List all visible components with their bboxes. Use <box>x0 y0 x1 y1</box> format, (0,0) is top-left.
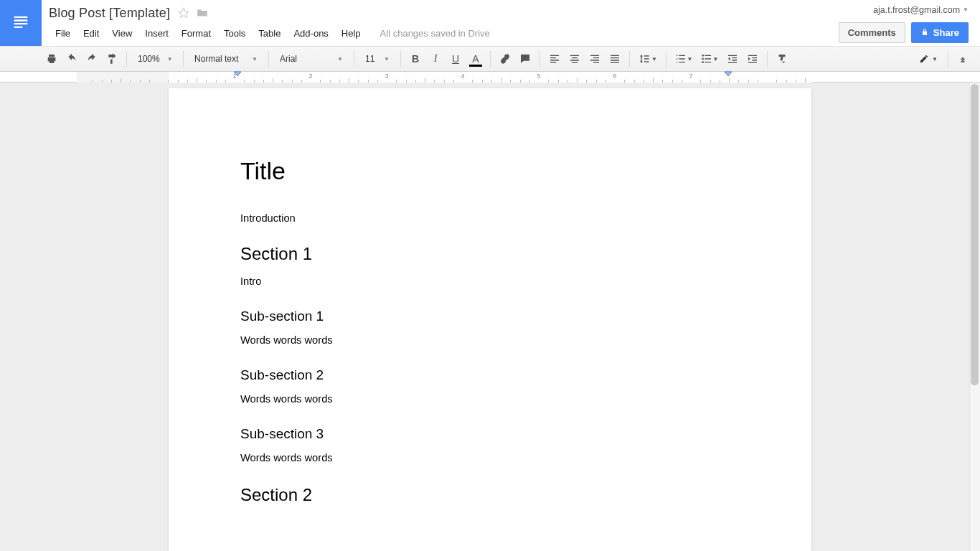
style-select[interactable]: Normal text ▼ <box>188 50 264 68</box>
header: Blog Post [Template] File Edit View Inse… <box>0 0 980 46</box>
separator <box>183 51 184 67</box>
numbered-list-button[interactable]: ▼ <box>671 50 697 68</box>
menu-file[interactable]: File <box>49 25 77 42</box>
separator <box>629 51 630 67</box>
docs-logo-icon <box>11 13 31 33</box>
separator <box>126 51 127 67</box>
doc-body-text[interactable]: Words words words <box>240 393 740 405</box>
save-status: All changes saved in Drive <box>380 28 490 39</box>
paint-format-button[interactable] <box>102 50 122 68</box>
separator <box>948 51 948 67</box>
zoom-value: 100% <box>138 54 160 64</box>
document-canvas: Title Introduction Section 1 Intro Sub-s… <box>0 83 980 551</box>
menu-edit[interactable]: Edit <box>77 25 105 42</box>
header-buttons: Comments Share <box>839 22 969 43</box>
align-center-button[interactable] <box>565 50 585 68</box>
caret-down-icon: ▼ <box>932 56 938 62</box>
menu-view[interactable]: View <box>105 25 138 42</box>
folder-icon[interactable] <box>196 6 209 19</box>
doc-body-text[interactable]: Intro <box>240 276 740 287</box>
collapse-toolbar-button[interactable] <box>953 50 973 68</box>
document-title[interactable]: Blog Post [Template] <box>49 6 170 21</box>
first-line-indent-marker[interactable] <box>237 71 242 77</box>
decrease-indent-button[interactable] <box>722 50 743 68</box>
italic-button[interactable]: I <box>425 50 446 68</box>
editing-mode-button[interactable]: ▼ <box>913 50 943 68</box>
clear-formatting-button[interactable] <box>772 50 792 68</box>
separator <box>540 51 540 67</box>
align-right-button[interactable] <box>585 50 605 68</box>
doc-section-heading[interactable]: Section 2 <box>240 485 740 505</box>
doc-subsection-heading[interactable]: Sub-section 2 <box>240 367 740 383</box>
font-value: Arial <box>280 54 297 64</box>
toolbar-group-lists: ▼ ▼ <box>671 46 763 72</box>
caret-down-icon: ▼ <box>687 56 693 62</box>
underline-button[interactable]: U <box>446 50 466 68</box>
undo-button[interactable] <box>62 50 82 68</box>
fontsize-select[interactable]: 11 ▼ <box>359 50 396 68</box>
title-row: Blog Post [Template] <box>49 3 831 23</box>
doc-body-text[interactable]: Words words words <box>240 334 740 346</box>
doc-subsection-heading[interactable]: Sub-section 3 <box>240 426 740 442</box>
docs-logo[interactable] <box>0 0 42 46</box>
page[interactable]: Title Introduction Section 1 Intro Sub-s… <box>169 88 811 551</box>
menu-tools[interactable]: Tools <box>217 25 252 42</box>
style-value: Normal text <box>194 54 238 64</box>
ruler[interactable]: 1234567 <box>169 72 811 83</box>
caret-down-icon: ▼ <box>651 56 657 62</box>
star-icon[interactable] <box>177 6 190 19</box>
align-justify-button[interactable] <box>605 50 625 68</box>
right-indent-marker[interactable] <box>728 71 732 77</box>
doc-intro-text[interactable]: Introduction <box>240 212 740 224</box>
account-menu[interactable]: aja.t.frost@gmail.com ▼ <box>873 4 969 15</box>
separator <box>268 51 269 67</box>
separator <box>666 51 666 67</box>
insert-link-button[interactable] <box>495 50 515 68</box>
insert-comment-button[interactable] <box>515 50 535 68</box>
doc-title-heading[interactable]: Title <box>240 157 740 185</box>
toolbar-group-spacing: ▼ <box>634 46 661 72</box>
doc-subsection-heading[interactable]: Sub-section 1 <box>240 309 740 324</box>
menu-table[interactable]: Table <box>252 25 287 42</box>
zoom-select[interactable]: 100% ▼ <box>131 50 179 68</box>
doc-section-heading[interactable]: Section 1 <box>240 244 740 264</box>
bold-button[interactable]: B <box>405 50 425 68</box>
toolbar-group-align <box>545 46 625 72</box>
menu-addons[interactable]: Add-ons <box>287 25 334 42</box>
redo-button[interactable] <box>82 50 102 68</box>
menu-bar: File Edit View Insert Format Tools Table… <box>49 23 831 43</box>
svg-point-1 <box>702 58 704 60</box>
account-email: aja.t.frost@gmail.com <box>873 5 960 15</box>
doc-body-text[interactable]: Words words words <box>240 452 740 463</box>
menu-help[interactable]: Help <box>335 25 367 42</box>
comments-button[interactable]: Comments <box>839 22 905 43</box>
scrollbar-track[interactable] <box>969 83 980 551</box>
lock-icon <box>920 28 929 37</box>
caret-down-icon: ▼ <box>337 56 343 62</box>
separator <box>490 51 491 67</box>
separator <box>400 51 401 67</box>
menu-insert[interactable]: Insert <box>138 25 175 42</box>
align-left-button[interactable] <box>545 50 565 68</box>
share-button[interactable]: Share <box>911 22 969 43</box>
menu-format[interactable]: Format <box>175 25 217 42</box>
comments-label: Comments <box>848 27 896 38</box>
print-button[interactable] <box>42 50 62 68</box>
fontsize-value: 11 <box>365 54 374 64</box>
increase-indent-button[interactable] <box>743 50 763 68</box>
separator <box>767 51 768 67</box>
ruler-area: 1234567 <box>0 72 980 83</box>
scrollbar-thumb[interactable] <box>971 84 979 385</box>
toolbar-group-format: B I U A <box>405 46 486 72</box>
line-spacing-button[interactable]: ▼ <box>634 50 661 68</box>
font-select[interactable]: Arial ▼ <box>273 50 349 68</box>
share-label: Share <box>933 27 959 38</box>
text-color-button[interactable]: A <box>466 50 486 68</box>
caret-down-icon: ▼ <box>713 56 719 62</box>
toolbar-group-actions <box>42 46 122 72</box>
caret-down-icon: ▼ <box>252 56 258 62</box>
svg-point-0 <box>702 55 704 57</box>
caret-down-icon: ▼ <box>963 6 969 13</box>
bullet-list-button[interactable]: ▼ <box>697 50 722 68</box>
toolbar-group-insert <box>495 46 535 72</box>
